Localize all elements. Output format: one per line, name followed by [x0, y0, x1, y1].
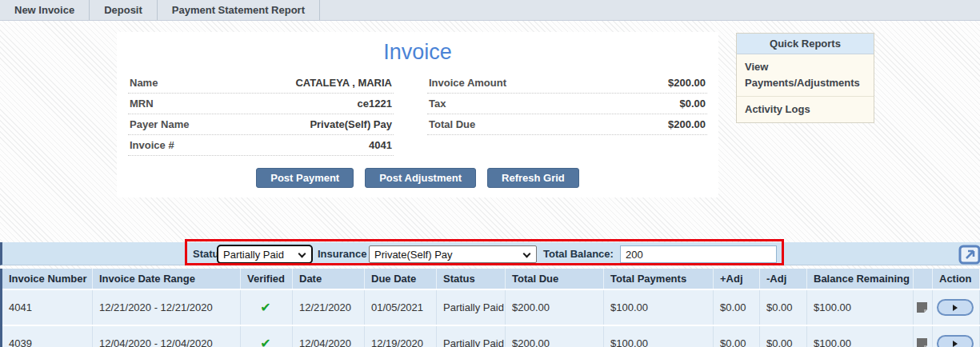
- cell-minus-adj: $0.00: [760, 326, 807, 347]
- grid-header-row: Invoice Number Invoice Date Range Verifi…: [2, 269, 980, 289]
- page-background: New Invoice Deposit Payment Statement Re…: [0, 0, 980, 347]
- cell-plus-adj: $0.00: [714, 326, 760, 347]
- nav-tab-payment-statement-report[interactable]: Payment Statement Report: [158, 0, 320, 20]
- field-payer-name: Payer Name Private(Self) Pay: [128, 114, 394, 135]
- play-arrow-icon: [953, 341, 958, 347]
- field-invoice-number-value: 4041: [369, 139, 392, 151]
- insurance-label: Insurance: [318, 248, 366, 260]
- total-balance-label: Total Balance:: [543, 248, 614, 260]
- field-total-due-label: Total Due: [429, 118, 475, 130]
- cell-balance-remaining: $100.00: [807, 326, 914, 347]
- field-payer-name-value: Private(Self) Pay: [310, 118, 392, 130]
- nav-tab-new-invoice[interactable]: New Invoice: [0, 0, 90, 20]
- column-header-action: Action: [933, 269, 980, 289]
- field-name-label: Name: [130, 77, 158, 89]
- nav-tab-deposit[interactable]: Deposit: [90, 0, 158, 20]
- export-grid-button[interactable]: [957, 243, 980, 265]
- cell-date: 12/21/2020: [293, 290, 365, 325]
- post-payment-button[interactable]: Post Payment: [256, 168, 354, 188]
- column-header-invoice-date-range[interactable]: Invoice Date Range: [93, 269, 241, 289]
- cell-invoice-number: 4041: [2, 290, 93, 325]
- total-balance-input[interactable]: [620, 245, 777, 263]
- cell-balance-remaining: $100.00: [807, 290, 914, 325]
- column-header-status[interactable]: Status: [437, 269, 506, 289]
- field-total-due: Total Due $200.00: [427, 114, 707, 135]
- play-arrow-icon: [953, 305, 958, 311]
- column-header-balance-remaining[interactable]: Balance Remaining: [807, 269, 914, 289]
- column-header-notes: [914, 269, 933, 289]
- chevron-down-icon: [523, 250, 531, 258]
- export-icon: [957, 243, 980, 266]
- field-invoice-amount-label: Invoice Amount: [429, 77, 506, 89]
- post-adjustment-button[interactable]: Post Adjustment: [365, 168, 476, 188]
- quick-reports-item-view-payments-adjustments[interactable]: View Payments/Adjustments: [737, 54, 874, 97]
- cell-status: Partially Paid: [437, 326, 506, 347]
- column-header-plus-adj[interactable]: +Adj: [714, 269, 760, 289]
- cell-date: 12/04/2020: [293, 326, 365, 347]
- invoice-fields-right: Invoice Amount $200.00 Tax $0.00 Total D…: [427, 73, 707, 156]
- invoice-actions: Post Payment Post Adjustment Refresh Gri…: [128, 168, 707, 188]
- column-header-total-due[interactable]: Total Due: [506, 269, 604, 289]
- table-row: 4041 12/21/2020 - 12/21/2020 ✔ 12/21/202…: [2, 289, 980, 325]
- cell-due-date: 01/05/2021: [365, 290, 437, 325]
- grid-filter-bar: Status Partially Paid Insurance Private(…: [0, 242, 980, 265]
- table-row: 4039 12/04/2020 - 12/04/2020 ✔ 12/04/202…: [2, 325, 980, 347]
- insurance-select[interactable]: Private(Self) Pay: [369, 245, 537, 263]
- cell-invoice-date-range: 12/04/2020 - 12/04/2020: [93, 326, 241, 347]
- field-mrn: MRN ce1221: [128, 94, 394, 114]
- cell-plus-adj: $0.00: [714, 290, 760, 325]
- status-select-value: Partially Paid: [218, 249, 284, 261]
- note-icon: [916, 337, 928, 347]
- field-invoice-number-label: Invoice #: [130, 139, 174, 151]
- column-header-minus-adj[interactable]: -Adj: [760, 269, 807, 289]
- column-header-invoice-number[interactable]: Invoice Number: [2, 269, 93, 289]
- note-button[interactable]: [916, 337, 928, 347]
- cell-action: [933, 326, 980, 347]
- cell-total-due: $200.00: [506, 326, 604, 347]
- refresh-grid-button[interactable]: Refresh Grid: [487, 168, 579, 188]
- row-action-button[interactable]: [937, 335, 974, 347]
- quick-reports-panel: Quick Reports View Payments/Adjustments …: [736, 33, 874, 123]
- cell-invoice-number: 4039: [2, 326, 93, 347]
- status-select[interactable]: Partially Paid: [217, 245, 313, 264]
- field-tax-value: $0.00: [679, 98, 706, 110]
- cell-action: [933, 290, 980, 325]
- cell-invoice-date-range: 12/21/2020 - 12/21/2020: [93, 290, 241, 325]
- invoice-title: Invoice: [128, 40, 707, 65]
- column-header-verified[interactable]: Verified: [241, 269, 293, 289]
- row-action-button[interactable]: [937, 299, 974, 316]
- field-mrn-value: ce1221: [358, 98, 392, 110]
- cell-verified: ✔: [241, 326, 293, 347]
- cell-total-payments: $100.00: [604, 290, 714, 325]
- column-header-due-date[interactable]: Due Date: [365, 269, 437, 289]
- insurance-select-value: Private(Self) Pay: [370, 249, 453, 261]
- quick-reports-title: Quick Reports: [737, 34, 874, 54]
- field-tax-label: Tax: [429, 98, 446, 110]
- invoices-grid: Invoice Number Invoice Date Range Verifi…: [0, 269, 980, 347]
- column-header-invoice-number-label: Invoice Number: [9, 273, 87, 285]
- top-nav: New Invoice Deposit Payment Statement Re…: [0, 0, 980, 21]
- column-header-total-payments[interactable]: Total Payments: [604, 269, 714, 289]
- field-invoice-number: Invoice # 4041: [128, 135, 394, 156]
- field-name: Name CATALEYA , MARIA: [128, 73, 394, 94]
- invoice-panel: Invoice Name CATALEYA , MARIA MRN ce1221…: [117, 32, 718, 197]
- cell-due-date: 12/19/2020: [365, 326, 437, 347]
- field-payer-name-label: Payer Name: [130, 118, 189, 130]
- invoice-fields-left: Name CATALEYA , MARIA MRN ce1221 Payer N…: [128, 73, 394, 156]
- verified-check-icon: ✔: [260, 337, 270, 347]
- field-invoice-amount-value: $200.00: [668, 77, 706, 89]
- field-name-value: CATALEYA , MARIA: [295, 77, 392, 89]
- note-button[interactable]: [916, 301, 928, 313]
- cell-notes: [914, 326, 933, 347]
- cell-notes: [914, 290, 933, 325]
- verified-check-icon: ✔: [260, 301, 270, 314]
- quick-reports-item-activity-logs[interactable]: Activity Logs: [737, 97, 874, 122]
- cell-status: Partially Paid: [437, 290, 506, 325]
- field-total-due-value: $200.00: [668, 118, 706, 130]
- column-header-date[interactable]: Date: [293, 269, 365, 289]
- cell-minus-adj: $0.00: [760, 290, 807, 325]
- cell-verified: ✔: [241, 290, 293, 325]
- field-invoice-amount: Invoice Amount $200.00: [427, 73, 707, 94]
- field-tax: Tax $0.00: [427, 94, 707, 114]
- field-mrn-label: MRN: [130, 98, 154, 110]
